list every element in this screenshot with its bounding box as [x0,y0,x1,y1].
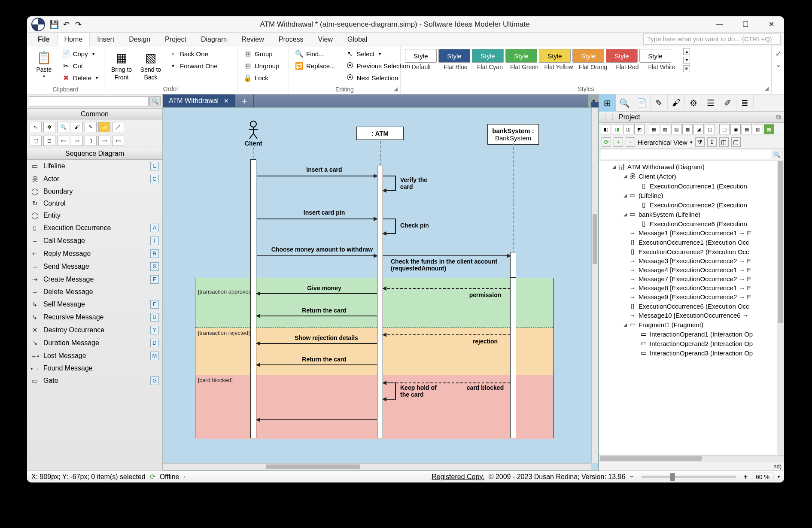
forward-one-button[interactable]: ▪Forward One [166,60,220,71]
styles-dialog-icon[interactable]: ◢ [765,85,769,91]
zoom-slider[interactable] [642,476,736,478]
tool-move-icon[interactable]: ✥ [43,122,55,132]
tool-call-message[interactable]: →Call MessageT [27,234,162,247]
sort-icon[interactable]: ↧ [707,137,717,147]
toolbox-search-button[interactable]: 🔍 [149,96,161,106]
tool-eyedrop-icon[interactable]: ✎ [85,122,97,132]
ribbon-tab-view[interactable]: View [311,33,340,46]
redo-icon[interactable]: ↷ [73,20,83,29]
tool-lost-message[interactable]: →•Lost MessageM [27,349,162,362]
tree-io2[interactable]: ▭InteractionOperand2 (Interaction Op [599,339,784,348]
tree-msg10[interactable]: →Message10 [ExecutionOccurrence6 → [599,311,784,320]
arrow-insert-card[interactable] [257,176,377,176]
tool-execution-occurrence[interactable]: ▯Execution OccurrenceA [27,222,162,234]
ribbon-tab-design[interactable]: Design [122,33,158,46]
tool-c-icon[interactable]: ▭ [57,136,69,146]
rpicon-13[interactable]: ▤ [742,124,752,134]
tool-control[interactable]: ↻Control [27,197,162,209]
ungroup-button[interactable]: ⊟Ungroup [241,60,282,71]
tool-d-icon[interactable]: ▱ [71,136,83,146]
rpicon-11[interactable]: ▢ [719,124,730,134]
tool-duration-message[interactable]: ↘Duration MessageD [27,337,162,349]
tool-self-message[interactable]: ↳Self MessageF [27,298,162,311]
arrow-return2[interactable] [257,364,377,365]
tree-lifeline[interactable]: ◢▭(Lifeline) [599,191,784,200]
square-icon[interactable]: ▢ [731,137,741,147]
rp-tool-gear-icon[interactable]: ⚙ [685,94,702,112]
tool-f-icon[interactable]: ▭ [98,136,110,146]
tree-io3[interactable]: ▭InteractionOperand3 (Interaction Op [599,348,784,358]
style-swatch-flat-white[interactable]: Style [639,49,671,63]
actor-client[interactable]: Client [240,121,266,147]
tool-boundary[interactable]: ◯Boundary [27,185,162,197]
tool-b-icon[interactable]: ⊡ [43,136,55,146]
rpicon-4[interactable]: ◩ [634,124,645,134]
style-swatch-default[interactable]: Style [405,49,437,63]
rpicon-5[interactable]: ▦ [649,124,659,134]
replace-button[interactable]: 🔁Replace... [292,60,338,71]
tree-v-scrollbar[interactable] [777,161,784,455]
self-keep[interactable] [383,382,396,400]
rpicon-14[interactable]: ▥ [753,124,763,134]
delete-button[interactable]: ✖Delete▾ [59,72,100,83]
style-gallery-icon[interactable]: ≡ [683,65,690,72]
tell-me-search[interactable]: Type here what you want to do... (CTRL+Q… [643,33,781,45]
tool-zoom-icon[interactable]: 🔍 [57,122,69,132]
style-swatch-flat-yellow[interactable]: Style [539,49,571,63]
tree-msg7[interactable]: →Message7 [ExecutionOccurrence2 → E [599,274,784,283]
bring-to-front-button[interactable]: ▦Bring toFront [108,48,135,82]
remove-icon[interactable]: － [626,137,635,147]
send-to-back-button[interactable]: ▧Send toBack [137,48,164,82]
tree-msg3[interactable]: →Message3 [ExecutionOccurrence2 → E [599,256,784,265]
ribbon-tab-file[interactable]: File [30,33,57,46]
sync-icon[interactable]: ⟳ [150,473,155,481]
tree-eo6b[interactable]: ▯ExecutionOccurrence6 (Execution Occ [599,301,784,311]
tree-eo2b[interactable]: ▯ExecutionOccurrence2 (Execution Occ [599,247,784,256]
status-registered[interactable]: Registered Copy. [432,473,484,481]
close-tab-icon[interactable]: ✕ [224,97,229,104]
ribbon-collapse-icon[interactable]: ⤢ [774,49,782,58]
tree-eo1b[interactable]: ▯ExecutionOccurrence1 (Execution Occ [599,237,784,247]
rp-tool-pencil-icon[interactable]: ✐ [719,94,736,112]
rpicon-8[interactable]: ▩ [682,124,693,134]
tree-eo6[interactable]: ▯ExecutionOccurrence6 (Execution [599,219,784,228]
tree-frag[interactable]: ◢▭Fragment1 (Fragment) [599,320,784,329]
view-mode[interactable]: Hierarchical View [638,139,687,146]
tree-msg9[interactable]: →Message9 [ExecutionOccurrence2 → E [599,292,784,301]
canvas-h-scrollbar[interactable] [163,463,591,470]
editing-dialog-icon[interactable]: ◢ [394,86,398,92]
tool-delete-message[interactable]: →Delete Message [27,286,162,298]
rpicon-10[interactable]: ◫ [705,124,715,134]
style-scroll-up-icon[interactable]: ▴ [683,48,690,55]
tree-msg8[interactable]: →Message8 [ExecutionOccurrence1 → E [599,283,784,292]
rp-tool-layers-icon[interactable]: ≣ [736,94,754,112]
ribbon-tab-global[interactable]: Global [340,33,374,46]
fragment-alt[interactable]: alt [transaction approved] [transaction … [195,278,554,438]
arrow-give-money[interactable] [257,293,377,294]
tool-recursive-message[interactable]: ↳Recursive MessageU [27,311,162,324]
find-button[interactable]: 🔍Find... [292,48,338,59]
tool-reply-message[interactable]: ⇠Reply MessageR [27,247,162,260]
lock-button[interactable]: 🔒Lock [241,72,282,83]
arrow-rejection[interactable] [383,334,510,335]
project-search-button[interactable]: 🔍 [772,150,782,159]
tool-e-icon[interactable]: ▯ [85,136,97,146]
project-tree[interactable]: ◢📊ATM Withdrawal (Diagram) ◢옷Client (Act… [599,161,784,455]
tool-entity[interactable]: ◯Entity [27,209,162,222]
minimize-button[interactable]: ― [707,16,733,33]
style-swatch-flat-cyan[interactable]: Style [472,49,504,63]
canvas-v-scrollbar[interactable] [591,108,598,463]
zoom-in-button[interactable]: + [744,473,748,481]
lifeline-atm[interactable]: : ATM [356,127,404,140]
ribbon-tab-review[interactable]: Review [234,33,271,46]
toolbox-search-input[interactable] [29,96,149,106]
refresh-icon[interactable]: ⟳ [602,137,611,147]
rpicon-9[interactable]: ◪ [693,124,704,134]
rp-tool-bars-icon[interactable]: ☰ [702,94,719,112]
exec-bank[interactable] [510,252,516,278]
tree-client[interactable]: ◢옷Client (Actor) [599,171,784,181]
ribbon-tab-diagram[interactable]: Diagram [194,33,234,46]
style-swatch-flat-orang[interactable]: Style [572,49,604,63]
doc-tab-atm[interactable]: ATM Withdrawal ✕ [163,94,235,107]
tree-bank[interactable]: ◢▭bankSystem (Lifeline) [599,209,784,219]
